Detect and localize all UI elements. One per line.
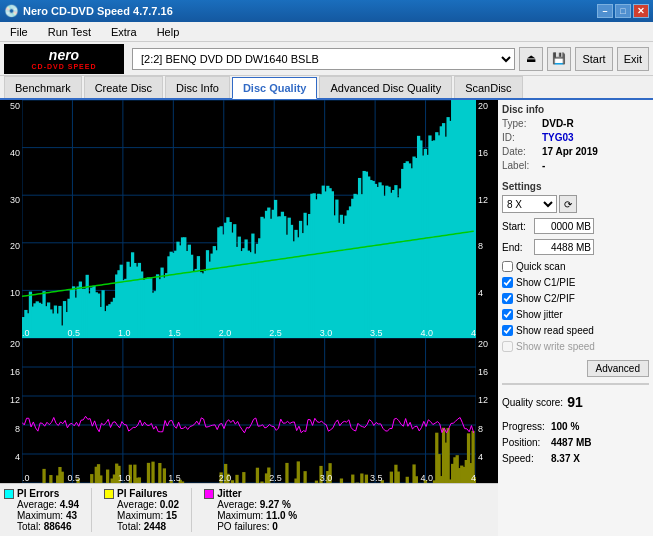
jitter-average-row: Average: 9.27 % <box>217 499 297 510</box>
start-button[interactable]: Start <box>575 47 612 71</box>
divider <box>502 383 649 385</box>
pi-failures-total-row: Total: 2448 <box>117 521 179 532</box>
tab-bar: Benchmark Create Disc Disc Info Disc Qua… <box>0 76 653 100</box>
menu-extra[interactable]: Extra <box>105 24 143 40</box>
quick-scan-row: Quick scan <box>502 261 649 272</box>
advanced-btn-container: Advanced <box>502 358 649 377</box>
c2pif-label: Show C2/PIF <box>516 293 575 304</box>
spacer-2 <box>502 413 649 417</box>
end-row: End: <box>502 239 649 255</box>
nero-logo-text: nero <box>49 47 79 63</box>
pi-errors-average-row: Average: 4.94 <box>17 499 79 510</box>
tab-scandisc[interactable]: ScanDisc <box>454 76 522 98</box>
stat-divider-1 <box>91 488 92 532</box>
speed-row: 8 X 4 X 2 X MAX ⟳ <box>502 195 649 213</box>
c2pif-row: Show C2/PIF <box>502 293 649 304</box>
jitter-max-row: Maximum: 11.0 % <box>217 510 297 521</box>
minimize-button[interactable]: – <box>597 4 613 18</box>
settings-title: Settings <box>502 181 649 192</box>
progress-row: Progress: 100 % <box>502 421 649 432</box>
write-speed-checkbox <box>502 341 513 352</box>
app-icon: 💿 <box>4 4 19 18</box>
write-speed-row: Show write speed <box>502 341 649 352</box>
exit-button[interactable]: Exit <box>617 47 649 71</box>
jitter-checkbox[interactable] <box>502 309 513 320</box>
speed-label: Speed: <box>502 453 547 464</box>
c1pie-row: Show C1/PIE <box>502 277 649 288</box>
c1pie-label: Show C1/PIE <box>516 277 575 288</box>
end-label: End: <box>502 242 532 253</box>
tab-create-disc[interactable]: Create Disc <box>84 76 163 98</box>
progress-label: Progress: <box>502 421 547 432</box>
top-chart-y-left: 50 40 30 20 10 <box>0 100 22 338</box>
quality-score-row: Quality score: 91 <box>502 394 649 410</box>
disc-info-title: Disc info <box>502 104 649 115</box>
close-button[interactable]: ✕ <box>633 4 649 18</box>
menu-bar: File Run Test Extra Help <box>0 22 653 42</box>
pi-errors-total-row: Total: 88646 <box>17 521 79 532</box>
c1pie-checkbox[interactable] <box>502 277 513 288</box>
charts-container: 50 40 30 20 10 20 16 12 8 4 <box>0 100 498 483</box>
disc-type-row: Type: DVD-R <box>502 118 649 129</box>
disc-date-row: Date: 17 Apr 2019 <box>502 146 649 157</box>
tab-advanced-disc-quality[interactable]: Advanced Disc Quality <box>319 76 452 98</box>
pi-errors-color <box>4 489 14 499</box>
write-speed-label: Show write speed <box>516 341 595 352</box>
stat-divider-2 <box>191 488 192 532</box>
pi-errors-label: PI Errors <box>17 488 79 499</box>
disc-id-row: ID: TYG03 <box>502 132 649 143</box>
pi-failures-average-row: Average: 0.02 <box>117 499 179 510</box>
menu-run-test[interactable]: Run Test <box>42 24 97 40</box>
toolbar: nero CD-DVD SPEED [2:2] BENQ DVD DD DW16… <box>0 42 653 76</box>
position-value: 4487 MB <box>551 437 592 448</box>
disc-label-row: Label: - <box>502 160 649 171</box>
quick-scan-label: Quick scan <box>516 261 565 272</box>
jitter-row: Show jitter <box>502 309 649 320</box>
pi-failures-color <box>104 489 114 499</box>
advanced-button[interactable]: Advanced <box>587 360 649 377</box>
tab-disc-quality[interactable]: Disc Quality <box>232 77 318 99</box>
info-panel: Disc info Type: DVD-R ID: TYG03 Date: 17… <box>498 100 653 536</box>
start-input[interactable] <box>534 218 594 234</box>
pi-errors-stat: PI Errors Average: 4.94 Maximum: 43 Tota… <box>4 488 79 532</box>
pi-failures-max-row: Maximum: 15 <box>117 510 179 521</box>
title-bar: 💿 Nero CD-DVD Speed 4.7.7.16 – □ ✕ <box>0 0 653 22</box>
drive-selector[interactable]: [2:2] BENQ DVD DD DW1640 BSLB <box>132 48 515 70</box>
jitter-color <box>204 489 214 499</box>
jitter-po-row: PO failures: 0 <box>217 521 297 532</box>
end-input[interactable] <box>534 239 594 255</box>
maximize-button[interactable]: □ <box>615 4 631 18</box>
main-content: 50 40 30 20 10 20 16 12 8 4 <box>0 100 653 536</box>
tab-disc-info[interactable]: Disc Info <box>165 76 230 98</box>
quick-scan-checkbox[interactable] <box>502 261 513 272</box>
cd-dvd-speed-text: CD-DVD SPEED <box>32 63 97 70</box>
pi-errors-max-row: Maximum: 43 <box>17 510 79 521</box>
top-chart-canvas <box>22 100 476 338</box>
speed-value: 8.37 X <box>551 453 580 464</box>
menu-file[interactable]: File <box>4 24 34 40</box>
position-label: Position: <box>502 437 547 448</box>
pi-failures-stat: PI Failures Average: 0.02 Maximum: 15 To… <box>104 488 179 532</box>
bottom-chart-y-right: 20 16 12 8 4 <box>476 338 498 483</box>
eject-button[interactable]: ⏏ <box>519 47 543 71</box>
refresh-button[interactable]: ⟳ <box>559 195 577 213</box>
position-row: Position: 4487 MB <box>502 437 649 448</box>
stats-area: PI Errors Average: 4.94 Maximum: 43 Tota… <box>0 483 498 536</box>
speed-selector[interactable]: 8 X 4 X 2 X MAX <box>502 195 557 213</box>
read-speed-checkbox[interactable] <box>502 325 513 336</box>
read-speed-row: Show read speed <box>502 325 649 336</box>
progress-value: 100 % <box>551 421 579 432</box>
window-title: Nero CD-DVD Speed 4.7.7.16 <box>23 5 597 17</box>
jitter-label: Show jitter <box>516 309 563 320</box>
spacer-1 <box>502 174 649 178</box>
pi-failures-label: PI Failures <box>117 488 179 499</box>
menu-help[interactable]: Help <box>151 24 186 40</box>
c2pif-checkbox[interactable] <box>502 293 513 304</box>
app-logo: nero CD-DVD SPEED <box>4 44 124 74</box>
quality-score-value: 91 <box>567 394 583 410</box>
jitter-stat: Jitter Average: 9.27 % Maximum: 11.0 % P… <box>204 488 297 532</box>
tab-benchmark[interactable]: Benchmark <box>4 76 82 98</box>
top-chart-y-right: 20 16 12 8 4 <box>476 100 498 338</box>
save-button[interactable]: 💾 <box>547 47 571 71</box>
charts-and-stats: 50 40 30 20 10 20 16 12 8 4 <box>0 100 498 536</box>
